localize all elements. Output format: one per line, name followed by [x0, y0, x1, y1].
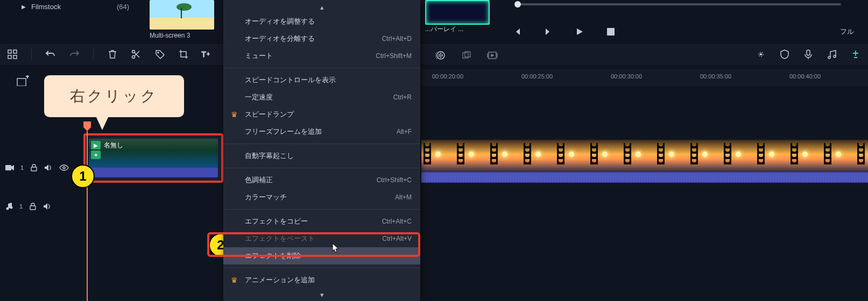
track-number: 1 [19, 203, 23, 210]
menu-add-animation[interactable]: ♛アニメーションを追加 [223, 271, 420, 289]
next-frame-button[interactable] [542, 26, 554, 38]
redo-button[interactable] [68, 48, 80, 60]
fx-badge-icon: ✦ [91, 150, 101, 159]
selected-clip[interactable]: ▶ ✦ 名無し [83, 133, 223, 183]
crop-button[interactable] [178, 48, 189, 60]
render-icon[interactable] [486, 49, 498, 61]
split-button[interactable] [130, 48, 142, 60]
undo-button[interactable] [45, 48, 57, 60]
menu-color-correction[interactable]: 色調補正Ctrl+Shift+C [223, 171, 420, 189]
media-thumbnails: Multi-screen 3 [150, 0, 214, 40]
delete-button[interactable] [107, 48, 118, 60]
svg-rect-25 [30, 206, 36, 210]
menu-detach-audio[interactable]: オーディオを分離するCtrl+Alt+D [223, 30, 420, 47]
overlay-icon[interactable] [461, 49, 472, 61]
svg-point-5 [132, 51, 135, 53]
svg-rect-1 [8, 50, 11, 53]
preview-scrubber[interactable] [517, 3, 841, 5]
ruler-tick: 00:00:20:00 [432, 73, 463, 80]
timeline-toolbar-right [755, 43, 862, 66]
shield-icon[interactable] [779, 48, 791, 60]
svg-point-24 [10, 206, 13, 209]
audio-sync-icon[interactable] [435, 49, 447, 61]
menu-adjust-audio[interactable]: オーディオを調整する [223, 13, 420, 30]
fx-badge-icon: ▶ [91, 141, 101, 149]
thumbnail-label: Multi-screen 3 [150, 32, 214, 39]
preview-scrubber-knob[interactable] [514, 1, 521, 8]
mic-icon[interactable] [802, 48, 814, 60]
svg-rect-12 [807, 50, 810, 55]
fullscreen-label[interactable]: フル [840, 27, 854, 37]
library-folder-label: Filmstock [31, 3, 61, 11]
expand-icon: ▶ [22, 4, 26, 10]
thumbnail-image [150, 0, 214, 30]
ruler-tick: 00:00:25:00 [521, 73, 553, 80]
timeline-clip-sunset[interactable] [421, 140, 868, 172]
svg-point-11 [760, 54, 762, 55]
clip-label: 名無し [104, 141, 123, 150]
media-thumb-1[interactable]: Multi-screen 3 [150, 0, 214, 40]
menu-mute[interactable]: ミュートCtrl+Shift+M [223, 47, 420, 64]
crown-icon: ♛ [231, 110, 238, 119]
ruler-tick: 00:00:35:00 [700, 73, 731, 80]
library-folder-count: (64) [117, 3, 129, 11]
time-ruler[interactable]: 00:00:20:00 00:00:25:00 00:00:30:00 00:0… [421, 69, 868, 86]
mute-icon[interactable] [44, 164, 53, 171]
svg-point-7 [158, 52, 159, 53]
library-folder-row[interactable]: ▶ Filmstock (64) [0, 0, 140, 13]
music-icon[interactable] [826, 48, 838, 60]
callout-text: 右クリック [70, 86, 158, 106]
timeline-tools-2 [435, 49, 498, 61]
svg-point-23 [6, 207, 9, 210]
crown-icon: ♛ [231, 276, 238, 284]
annotation-badge-1: 1 [71, 164, 95, 188]
svg-point-13 [828, 56, 830, 59]
eye-icon[interactable] [59, 164, 69, 171]
grid-icon[interactable] [6, 48, 18, 60]
svg-rect-20 [5, 165, 11, 170]
svg-rect-2 [13, 50, 17, 53]
mute-icon[interactable] [43, 203, 52, 210]
annotation-callout: 右クリック [44, 75, 184, 117]
menu-auto-subtitle[interactable]: 自動字幕起こし [223, 147, 420, 164]
menu-color-match[interactable]: カラーマッチAlt+M [223, 189, 420, 206]
svg-rect-4 [13, 55, 17, 59]
context-menu: ▴ オーディオを調整する オーディオを分離するCtrl+Alt+D ミュートCt… [223, 0, 420, 301]
menu-speed-control[interactable]: スピードコントロールを表示 [223, 71, 420, 89]
marker-icon[interactable] [850, 48, 862, 60]
svg-point-22 [63, 167, 65, 169]
svg-rect-3 [8, 55, 11, 59]
video-track-icon [5, 164, 14, 171]
thumbnail-image [425, 0, 490, 25]
menu-freeze-frame[interactable]: フリーズフレームを追加Alt+F [223, 123, 420, 140]
lock-icon[interactable] [30, 164, 38, 171]
track-number: 1 [20, 164, 24, 171]
lock-icon[interactable] [29, 203, 37, 210]
stop-button[interactable] [605, 26, 617, 38]
svg-point-14 [834, 55, 836, 58]
clip-audio [89, 168, 218, 177]
menu-scroll-up[interactable]: ▴ [223, 1, 420, 13]
callout-tail [96, 116, 109, 130]
play-button[interactable] [574, 26, 585, 38]
menu-speed-ramp[interactable]: ♛スピードランプ [223, 106, 420, 123]
menu-delete-effects[interactable]: エフェクトを削除 [223, 247, 420, 264]
timeline-area[interactable] [0, 86, 868, 301]
prev-frame-button[interactable] [511, 26, 523, 38]
tag-button[interactable] [154, 48, 166, 60]
ruler-tick: 00:00:30:00 [611, 73, 642, 80]
transport-controls [511, 26, 617, 38]
text-button[interactable]: T+ [201, 48, 213, 60]
svg-rect-19 [17, 78, 26, 86]
audio-track-header[interactable]: 1 [0, 190, 83, 223]
svg-rect-21 [31, 167, 37, 171]
cursor-icon [332, 243, 340, 254]
menu-scroll-down[interactable]: ▾ [223, 289, 420, 300]
playhead-line [87, 131, 88, 301]
svg-rect-0 [607, 28, 615, 35]
menu-copy-effects[interactable]: エフェクトをコピーCtrl+Alt+C [223, 213, 420, 230]
media-thumb-2[interactable]: ...バーレイ ... [425, 0, 490, 40]
menu-uniform-speed[interactable]: 一定速度Ctrl+R [223, 89, 420, 106]
timeline-audio-sunset[interactable] [421, 172, 868, 183]
sparkle-icon[interactable] [755, 48, 767, 60]
